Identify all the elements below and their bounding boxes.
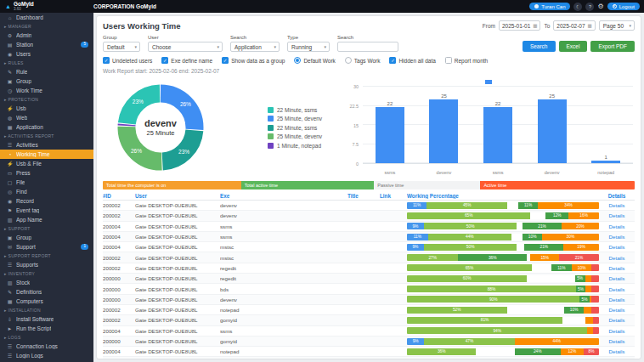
sidebar-item-install-software[interactable]: ⇩Install Software	[0, 314, 93, 324]
sidebar-item-label: App Name	[16, 217, 42, 223]
sidebar-item-usb-file[interactable]: ⚡Usb & File	[0, 159, 93, 168]
details-link[interactable]: Details	[601, 328, 635, 334]
toggle-exe-define-name[interactable]: ✓Exe define name	[161, 57, 212, 64]
search-input[interactable]	[337, 42, 398, 52]
details-link[interactable]: Details	[601, 297, 635, 303]
toggle-hidden-all-data[interactable]: ✓Hidden all data	[389, 57, 435, 64]
details-link[interactable]: Details	[601, 275, 635, 281]
sidebar-item-admin[interactable]: ⚙Admin	[0, 31, 93, 40]
sidebar-item-users[interactable]: ◉Users	[0, 49, 93, 59]
checkbox-hidden-all-data[interactable]: ✓	[389, 57, 396, 64]
sidebar-item-run-the-script[interactable]: ►Run the Script	[0, 324, 93, 333]
details-link[interactable]: Details	[601, 255, 635, 261]
checkbox-report-month[interactable]	[445, 57, 452, 64]
export-pdf-button[interactable]: Export PDF	[590, 41, 635, 52]
page-size-select[interactable]: Page 50	[599, 20, 635, 31]
sidebar-item-rule[interactable]: ✎Rule	[0, 67, 93, 76]
date-to-input[interactable]: 2025-02-07 ▦	[553, 20, 595, 31]
toggle-default-work[interactable]: Default Work	[294, 57, 335, 64]
details-link[interactable]: Details	[601, 286, 635, 292]
details-link[interactable]: Details	[601, 338, 635, 344]
toggle-tags-work[interactable]: Tags Work	[345, 57, 381, 64]
help-icon[interactable]: ?	[585, 3, 594, 11]
details-link[interactable]: Details	[601, 244, 635, 250]
column-header-id: #ID	[103, 193, 135, 199]
radio-default-work[interactable]	[294, 57, 301, 64]
details-link[interactable]: Details	[601, 317, 635, 323]
sidebar-item-computers[interactable]: ▦Computers	[0, 297, 93, 306]
filter-select-running[interactable]: Running	[287, 42, 330, 52]
sidebar-item-usb[interactable]: ⚡Usb	[0, 104, 93, 113]
bar-segment: 11%	[551, 264, 573, 271]
filter-select-default[interactable]: Default	[103, 42, 140, 52]
cell-exe: mstsc	[220, 255, 347, 261]
search-button[interactable]: Search	[523, 41, 556, 52]
sidebar-item-file[interactable]: ▢File	[0, 178, 93, 187]
bar-segment: 44%	[428, 234, 511, 240]
sidebar-item-supports[interactable]: ☰Supports	[0, 260, 93, 269]
theme-icon[interactable]: ☾	[573, 3, 582, 11]
bar-devenv-3[interactable]	[538, 99, 567, 163]
bar-ssms-2[interactable]	[483, 107, 512, 163]
sidebar-item-stock[interactable]: ▥Stock	[0, 278, 93, 287]
bar-slot: 22	[471, 87, 525, 163]
bar-ssms-0[interactable]	[376, 107, 404, 163]
toggle-show-data-as-a-group[interactable]: ✓Show data as a group	[222, 57, 285, 64]
sidebar-item-activities[interactable]: ☰Activities	[0, 140, 93, 150]
sidebar-item-label: Rule	[16, 69, 27, 75]
sidebar-item-find[interactable]: ◎Find	[0, 187, 93, 196]
details-link[interactable]: Details	[601, 202, 635, 208]
sidebar-item-event-tag[interactable]: ⚑Event tag	[0, 206, 93, 215]
details-link[interactable]: Details	[601, 212, 635, 218]
sidebar-item-support[interactable]: ✉Support1	[0, 242, 93, 252]
sidebar-item-app-name[interactable]: ▥App Name	[0, 215, 93, 224]
filter-label: User	[148, 35, 223, 40]
bar-devenv-1[interactable]	[429, 99, 458, 163]
bar-notepad-4[interactable]	[591, 161, 620, 163]
details-link[interactable]: Details	[601, 265, 635, 271]
sidebar-item-label: Run the Script	[16, 325, 51, 331]
working-percentage-bar: 11%45%11%34%	[407, 202, 599, 209]
column-header-link: Link	[380, 193, 407, 199]
toggle-report-month[interactable]: Report month	[445, 57, 488, 64]
date-from-input[interactable]: 2025-01-01 ▦	[499, 20, 540, 31]
sidebar-item-working-time[interactable]: ◔Working Time	[0, 150, 93, 159]
sidebar-item-station[interactable]: ▤Station5	[0, 40, 93, 49]
filter-fields: GroupDefaultUserChooseSearchApplicationT…	[103, 35, 398, 52]
sidebar-item-login-logs[interactable]: ☰Login Logs	[0, 351, 93, 360]
user-badge[interactable]: Turan Can	[529, 3, 570, 10]
sidebar-item-dashboard[interactable]: ⌂Dashboard	[0, 13, 93, 22]
bar-segment	[517, 244, 524, 251]
sidebar-item-web[interactable]: ◍Web	[0, 113, 93, 122]
sidebar-item-connaction-logs[interactable]: ☰Connaction Logs	[0, 342, 93, 351]
checkbox-exe-define-name[interactable]: ✓	[161, 57, 168, 64]
checkbox-undeleted-users[interactable]: ✓	[103, 57, 110, 64]
sidebar-item-press[interactable]: ▭Press	[0, 168, 93, 178]
users-icon: ◉	[7, 51, 13, 57]
radio-tags-work[interactable]	[345, 57, 352, 64]
settings-gear-icon[interactable]: ⚙	[597, 3, 603, 10]
details-link[interactable]: Details	[601, 307, 635, 313]
details-link[interactable]: Details	[601, 348, 635, 354]
filter-select-application[interactable]: Application	[230, 42, 280, 52]
brand-version: 3.60	[14, 7, 34, 11]
cell-working-percentage: 9%50%21%19%	[407, 244, 601, 251]
sidebar-item-work-time[interactable]: ◷Work Time	[0, 86, 93, 95]
cell-id: 200000	[103, 286, 135, 292]
sidebar-item-group[interactable]: ▣Group	[0, 76, 93, 86]
toggle-undeleted-users[interactable]: ✓Undeleted users	[103, 57, 152, 64]
bar-chart: 07.51522.530 222522251 ssmsdevenvssmsdev…	[344, 80, 633, 175]
sidebar-item-application[interactable]: ▦Application	[0, 122, 93, 132]
sidebar-item-group[interactable]: ▣Group	[0, 233, 93, 242]
bar-xlabels: ssmsdevenvssmsdevenvnotepad	[363, 170, 633, 175]
filter-select-choose[interactable]: Choose	[148, 42, 223, 52]
details-link[interactable]: Details	[601, 223, 635, 229]
checkbox-show-data-as-a-group[interactable]: ✓	[222, 57, 229, 64]
sidebar-item-record[interactable]: ◉Record	[0, 196, 93, 206]
sidebar-item-definitions[interactable]: ✎Definitions	[0, 287, 93, 297]
logout-button[interactable]: Logout	[607, 3, 640, 10]
details-link[interactable]: Details	[601, 234, 635, 240]
run-script-icon: ►	[7, 326, 13, 331]
brand-block[interactable]: ▲ GoMyId 3.60	[0, 2, 93, 12]
excel-button[interactable]: Excel	[559, 41, 588, 52]
